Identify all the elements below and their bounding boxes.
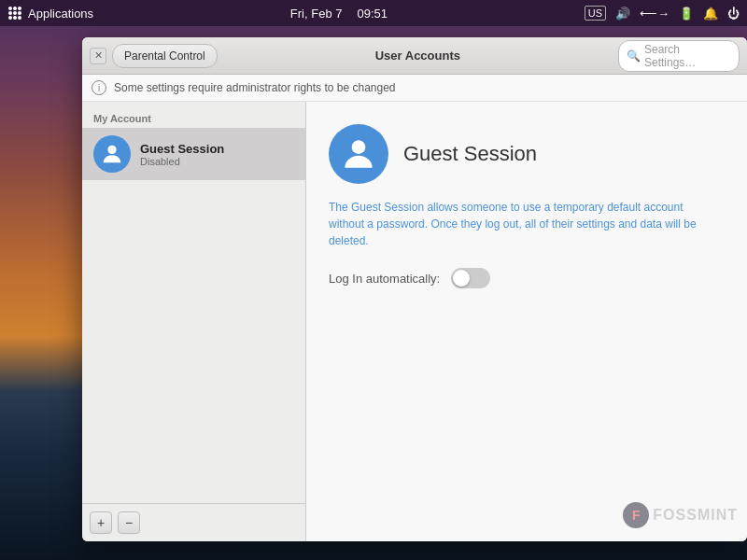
network-icon[interactable]: ⟵→ [640,7,669,21]
language-badge[interactable]: US [585,6,606,21]
sidebar-section-label: My Account [82,109,305,128]
svg-point-8 [18,16,21,20]
search-box[interactable]: 🔍 Search Settings… [618,40,740,72]
user-accounts-window: ✕ Parental Control User Accounts 🔍 Searc… [82,37,747,541]
taskbar-left: Applications [7,6,93,21]
volume-icon[interactable]: 🔊 [615,7,630,21]
remove-user-button[interactable]: − [118,511,140,534]
date-label: Fri, Feb 7 [290,7,343,21]
apps-icon [7,6,22,21]
user-avatar-icon [99,141,125,167]
account-description: The Guest Session allows someone to use … [329,199,702,249]
watermark-text: fossmint [653,507,738,524]
watermark: F fossmint [623,502,738,528]
window-body: My Account Guest Session Disabled + [82,102,747,541]
window-close-button[interactable]: ✕ [90,48,106,64]
user-info: Guest Session Disabled [140,142,224,167]
taskbar: Applications Fri, Feb 7 09:51 US 🔊 ⟵→ 🔋 … [0,0,747,26]
taskbar-right: US 🔊 ⟵→ 🔋 🔔 ⏻ [585,6,740,21]
login-auto-toggle[interactable] [451,268,490,288]
info-message: Some settings require administrator righ… [114,81,396,94]
account-title: Guest Session [403,142,537,166]
svg-point-1 [13,7,17,10]
svg-point-7 [13,16,17,20]
info-icon: i [92,80,106,95]
main-panel: Guest Session The Guest Session allows s… [306,102,747,541]
account-avatar-icon [338,133,379,175]
add-user-button[interactable]: + [90,511,112,534]
user-status: Disabled [140,156,224,167]
svg-point-9 [107,146,116,154]
user-avatar [93,135,131,173]
sidebar-bottom: + − [82,503,305,541]
apps-label[interactable]: Applications [28,7,93,21]
svg-point-0 [8,7,12,10]
taskbar-center: Fri, Feb 7 09:51 [290,7,388,21]
sidebar: My Account Guest Session Disabled + [82,102,306,541]
svg-point-3 [8,11,12,15]
account-avatar [329,124,388,184]
desktop: Applications Fri, Feb 7 09:51 US 🔊 ⟵→ 🔋 … [0,0,747,560]
svg-point-4 [13,11,17,15]
window-title: User Accounts [223,49,613,63]
watermark-logo: F [623,502,649,528]
search-placeholder: Search Settings… [644,43,731,69]
svg-point-10 [352,140,366,154]
user-item-guest[interactable]: Guest Session Disabled [82,128,305,180]
svg-point-6 [8,16,12,20]
account-header: Guest Session [329,124,725,184]
login-auto-row: Log In automatically: [329,268,725,288]
info-bar: i Some settings require administrator ri… [82,75,747,102]
search-icon: 🔍 [627,49,641,63]
svg-point-2 [18,7,21,10]
user-name: Guest Session [140,142,224,156]
window-header: ✕ Parental Control User Accounts 🔍 Searc… [82,37,747,75]
battery-icon[interactable]: 🔋 [679,7,694,21]
login-auto-label: Log In automatically: [329,272,440,286]
time-label: 09:51 [357,7,388,21]
parental-control-button[interactable]: Parental Control [112,44,218,68]
power-icon[interactable]: ⏻ [727,7,740,21]
notification-icon[interactable]: 🔔 [703,7,718,21]
svg-point-5 [18,11,21,15]
